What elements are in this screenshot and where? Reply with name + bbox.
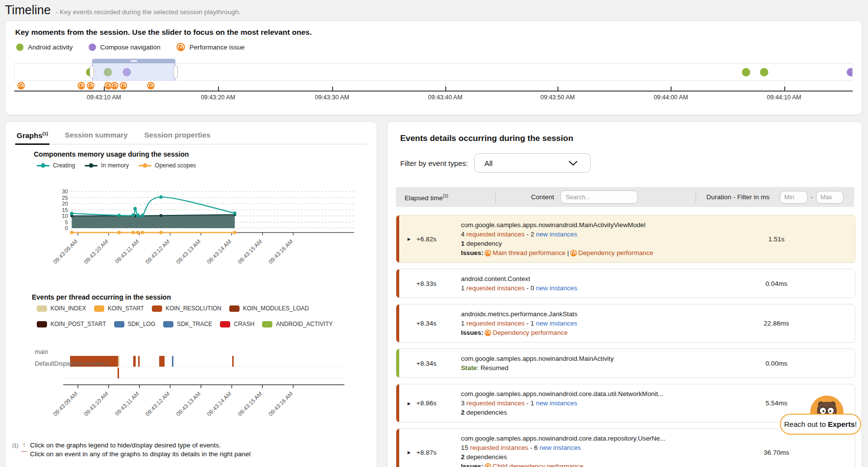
thread-legend-koin_start[interactable]: KOIN_START xyxy=(94,305,144,312)
event-type-label: KOIN_INDEX xyxy=(50,305,86,312)
event-accent-bar xyxy=(396,429,399,467)
svg-text:09:43:14 AM: 09:43:14 AM xyxy=(206,238,232,265)
expand-arrow-icon[interactable]: ▶ xyxy=(408,401,410,405)
content-cell: com.google.samples.apps.nowinandroid.Mai… xyxy=(461,354,698,373)
timeline-selection-range[interactable] xyxy=(92,59,175,81)
issues-line: Issues:Dependency performance xyxy=(461,328,698,337)
performance-issue-icon[interactable] xyxy=(120,82,127,90)
event-row[interactable]: ▶+6.82scom.google.samples.apps.nowinandr… xyxy=(396,215,855,263)
compose-navigation-dot[interactable] xyxy=(846,68,853,76)
event-type-filter-dropdown[interactable]: All xyxy=(474,153,591,173)
tab-session-properties[interactable]: Session properties xyxy=(143,129,212,144)
thread-legend-sdk_trace[interactable]: SDK_TRACE xyxy=(163,321,212,327)
issues-label: Issues: xyxy=(461,249,483,257)
requested-count: 4 xyxy=(461,231,466,238)
thread-legend-android_activity[interactable]: ANDROID_ACTIVITY xyxy=(262,321,333,327)
instances-separator: - 2 xyxy=(525,231,536,238)
requested-instances-link[interactable]: requested instances xyxy=(466,399,525,407)
new-instances-link[interactable]: new instances xyxy=(536,231,577,238)
event-type-label: KOIN_MODULES_LOAD xyxy=(243,305,309,312)
duration-min-input[interactable] xyxy=(780,191,808,204)
svg-text:09:43:13 AM: 09:43:13 AM xyxy=(175,238,201,265)
svg-text:09:43:12 AM: 09:43:12 AM xyxy=(145,391,171,417)
issue-separator: | xyxy=(565,249,569,257)
svg-text:DefaultDispatcher-worker-1: DefaultDispatcher-worker-1 xyxy=(35,360,109,367)
memory-legend-in-memory[interactable]: In memory xyxy=(85,162,129,169)
svg-text:25: 25 xyxy=(62,195,68,201)
event-row[interactable]: +8.34scom.google.samples.apps.nowinandro… xyxy=(396,349,855,378)
state-line: State: Resumed xyxy=(461,363,698,373)
instances-separator: - 1 xyxy=(525,320,536,327)
new-instances-link[interactable]: new instances xyxy=(536,320,577,327)
android-activity-dot[interactable] xyxy=(760,68,769,76)
series-marker-icon xyxy=(37,165,49,166)
elapsed-cell: ▶+8.86s xyxy=(396,399,461,407)
performance-issue-icon[interactable] xyxy=(147,82,155,90)
event-row[interactable]: ▶+8.87scom.google.samples.apps.nowinandr… xyxy=(396,428,855,467)
thread-events-chart[interactable]: mainDefaultDispatcher-worker-109:43:09 A… xyxy=(20,343,358,424)
performance-issue-icon[interactable] xyxy=(87,82,95,90)
requested-instances-link[interactable]: requested instances xyxy=(466,284,525,292)
event-row[interactable]: +8.33sandroid.content.Context1 requested… xyxy=(396,269,855,298)
event-type-swatch-icon xyxy=(114,321,124,327)
axis-tick-label: 09:43:30 AM xyxy=(315,94,349,101)
new-instances-link[interactable]: new instances xyxy=(539,444,580,451)
series-marker-icon xyxy=(85,165,97,166)
thread-chart-title: Events per thread occurring in the sessi… xyxy=(32,293,171,301)
elapsed-cell: +8.34s xyxy=(396,320,461,327)
timeline-slider[interactable]: 09:43:10 AM09:43:20 AM09:43:30 AM09:43:4… xyxy=(14,21,853,116)
new-instances-link[interactable]: new instances xyxy=(536,284,577,292)
issue-link[interactable]: Dependency performance xyxy=(579,249,653,257)
issue-link[interactable]: Main thread performance xyxy=(493,249,566,257)
issue-link[interactable]: Child dependency performance xyxy=(493,463,583,467)
series-marker-icon xyxy=(139,165,151,166)
selection-drag-strip[interactable] xyxy=(92,59,175,63)
thread-legend-koin_post_start[interactable]: KOIN_POST_START xyxy=(37,321,106,327)
reach-out-to-experts-button[interactable]: Reach out to Experts! xyxy=(780,414,861,435)
issue-link[interactable]: Dependency performance xyxy=(493,329,568,336)
performance-issue-icon[interactable] xyxy=(77,82,85,90)
duration-value: 36.70ms xyxy=(698,449,855,456)
instances-line: 15 requested instances - 6 new instances xyxy=(461,443,698,452)
event-type-swatch-icon xyxy=(229,305,240,312)
svg-text:09:43:12 AM: 09:43:12 AM xyxy=(145,238,171,265)
thread-legend-sdk_log[interactable]: SDK_LOG xyxy=(114,321,156,327)
elapsed-value: +8.86s xyxy=(416,399,436,407)
timeline-performance-icons xyxy=(14,82,853,90)
instances-separator: - 1 xyxy=(525,399,536,407)
thread-legend-koin_index[interactable]: KOIN_INDEX xyxy=(37,305,86,312)
footnote: (1) Click on the graphs legend to hide/d… xyxy=(12,441,251,459)
event-type-swatch-icon xyxy=(37,321,47,327)
performance-issue-icon[interactable] xyxy=(17,82,25,90)
selection-right-handle[interactable] xyxy=(173,66,178,78)
performance-issue-icon[interactable] xyxy=(111,82,119,90)
dependencies-line: 1 dependency xyxy=(461,239,698,248)
requested-instances-link[interactable]: requested instances xyxy=(470,444,529,451)
event-row[interactable]: +8.34sandroidx.metrics.performance.JankS… xyxy=(396,304,855,343)
event-type-label: SDK_TRACE xyxy=(177,321,212,327)
duration-max-input[interactable] xyxy=(816,191,844,204)
event-type-swatch-icon xyxy=(94,305,104,312)
duration-value: 22.86ms xyxy=(698,320,855,327)
instances-line: 3 requested instances - 1 new instances xyxy=(461,398,698,408)
selection-left-handle[interactable] xyxy=(90,66,94,78)
requested-instances-link[interactable]: requested instances xyxy=(466,320,525,327)
expand-arrow-icon[interactable]: ▶ xyxy=(408,450,410,455)
thread-legend-koin_resolution[interactable]: KOIN_RESOLUTION xyxy=(152,305,221,312)
memory-usage-chart[interactable]: 05101520253009:43:09 AM09:43:10 AM09:43:… xyxy=(40,173,361,271)
tab-graphs[interactable]: Graphs(1) xyxy=(15,129,49,145)
tab-session-summary[interactable]: Session summary xyxy=(63,129,129,144)
event-type-swatch-icon xyxy=(262,321,272,327)
chevron-down-icon xyxy=(569,161,578,166)
android-activity-dot[interactable] xyxy=(742,68,750,76)
filter-label: Filter by event types: xyxy=(400,159,468,167)
duration-header: Duration - Filter in ms xyxy=(706,193,770,201)
memory-legend-opened-scopes[interactable]: Opened scopes xyxy=(139,162,196,169)
thread-legend-crash[interactable]: CRASH xyxy=(220,321,254,327)
new-instances-link[interactable]: new instances xyxy=(536,399,577,407)
content-search-input[interactable] xyxy=(560,190,638,204)
expand-arrow-icon[interactable]: ▶ xyxy=(408,237,410,241)
memory-legend-creating[interactable]: Creating xyxy=(37,162,75,169)
requested-instances-link[interactable]: requested instances xyxy=(466,231,525,238)
thread-legend-koin_modules_load[interactable]: KOIN_MODULES_LOAD xyxy=(229,305,309,312)
